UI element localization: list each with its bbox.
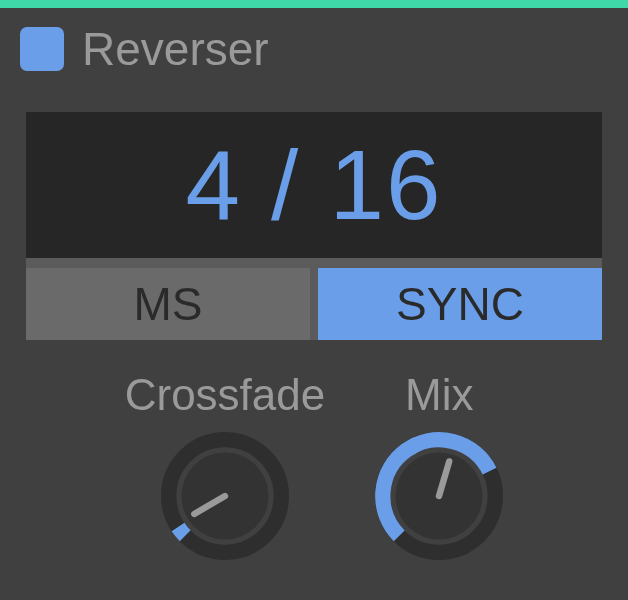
crossfade-label: Crossfade: [125, 370, 326, 420]
mode-ms-button[interactable]: MS: [26, 268, 310, 340]
mode-switch-row: MS SYNC: [26, 268, 602, 340]
device-title: Reverser: [82, 22, 269, 76]
time-display-value: 4 / 16: [185, 129, 442, 242]
top-accent-bar: [0, 0, 628, 8]
mix-control: Mix: [375, 370, 503, 560]
device-enable-toggle[interactable]: [20, 27, 64, 71]
crossfade-knob[interactable]: [161, 432, 289, 560]
mix-knob[interactable]: [375, 432, 503, 560]
time-display[interactable]: 4 / 16: [26, 112, 602, 258]
mix-label: Mix: [405, 370, 473, 420]
main-panel: 4 / 16 MS SYNC: [26, 112, 602, 340]
mode-sync-button[interactable]: SYNC: [318, 268, 602, 340]
mode-sync-label: SYNC: [396, 277, 524, 331]
knob-row: Crossfade Mix: [0, 370, 628, 560]
mode-ms-label: MS: [134, 277, 203, 331]
header: Reverser: [0, 8, 628, 86]
crossfade-control: Crossfade: [125, 370, 326, 560]
